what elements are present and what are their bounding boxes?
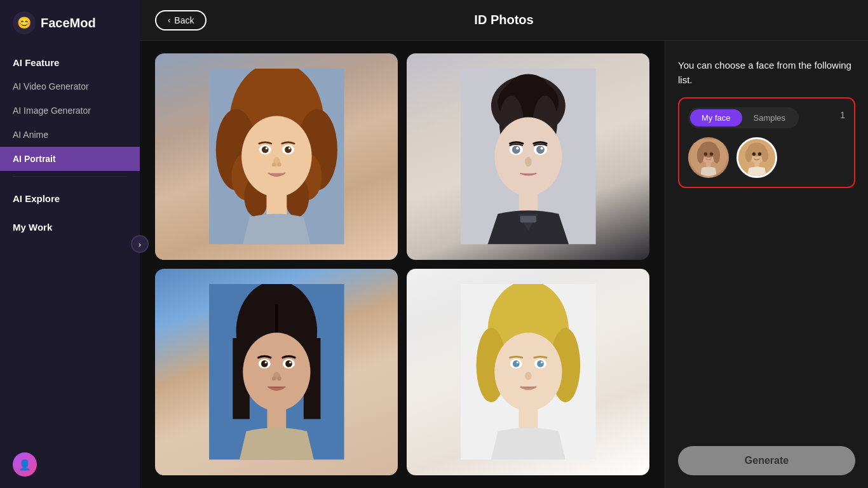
svg-point-14 [265,147,267,149]
face-selector-box: My face Samples 1 [678,97,855,188]
svg-point-62 [525,372,532,381]
svg-point-43 [261,360,268,367]
my-work-section-title: My Work [0,210,140,239]
sidebar-bottom: 👤 [0,441,140,488]
svg-point-66 [697,147,704,163]
svg-point-75 [761,149,768,163]
face-thumb-2[interactable] [736,137,777,178]
right-panel: You can choose a face from the following… [665,41,868,488]
svg-point-33 [540,147,543,150]
header: ‹ Back ID Photos [140,0,868,41]
ai-explore-section-title: AI Explore [0,182,140,210]
panel-description: You can choose a face from the following… [678,58,855,87]
face-grid [688,137,845,178]
page-number: 1 [840,110,845,120]
ai-feature-section-title: AI Feature [0,46,140,74]
sidebar-item-ai-anime[interactable]: AI Anime [0,123,140,147]
svg-point-8 [241,116,312,198]
sidebar-logo: 😊 FaceMod [0,0,140,46]
main-area: ‹ Back ID Photos [140,0,868,488]
svg-point-17 [272,163,276,166]
svg-point-15 [288,147,290,149]
svg-point-74 [745,149,752,163]
svg-point-49 [277,377,281,381]
svg-point-32 [516,147,519,150]
page-title: ID Photos [474,13,533,27]
svg-point-45 [264,362,266,363]
logo-text: FaceMod [41,16,96,30]
generate-button[interactable]: Generate [678,446,855,475]
svg-point-44 [285,360,292,367]
face-thumb-1[interactable] [688,137,729,178]
photo-card-2[interactable] [407,53,649,260]
svg-point-61 [541,362,543,363]
photo-card-1[interactable] [155,53,398,260]
sidebar-collapse-button[interactable]: › [131,235,149,253]
svg-point-34 [525,158,532,167]
svg-point-76 [752,152,756,156]
sidebar-divider-1 [13,176,127,177]
svg-point-25 [494,118,562,196]
user-avatar[interactable]: 👤 [13,452,37,477]
tab-samples[interactable]: Samples [742,109,797,126]
svg-point-60 [516,362,518,363]
photo-gallery [140,41,665,488]
svg-point-30 [512,146,520,154]
back-chevron-icon: ‹ [168,15,170,25]
svg-point-58 [513,360,520,367]
svg-point-18 [277,163,281,166]
svg-point-31 [536,146,545,154]
tab-my-face[interactable]: My face [690,109,742,126]
content-area: You can choose a face from the following… [140,41,868,488]
svg-point-12 [262,147,269,154]
logo-icon: 😊 [13,11,36,34]
svg-point-69 [710,152,713,156]
svg-point-13 [285,147,292,154]
sidebar-item-ai-video-generator[interactable]: AI Video Generator [0,74,140,98]
svg-rect-27 [520,216,536,223]
svg-point-48 [272,377,276,381]
sidebar-item-ai-portrait[interactable]: AI Portrait [0,147,140,171]
photo-card-3[interactable] [155,269,398,475]
sidebar: 😊 FaceMod AI Feature AI Video Generator … [0,0,140,488]
sidebar-item-ai-image-generator[interactable]: AI Image Generator [0,98,140,123]
svg-point-59 [537,360,544,367]
back-button[interactable]: ‹ Back [155,10,207,30]
svg-point-46 [289,362,291,363]
photo-card-4[interactable] [407,269,649,475]
tab-row: My face Samples [688,107,799,128]
svg-point-77 [758,152,761,156]
svg-point-68 [704,152,707,156]
svg-point-67 [713,147,720,163]
face-selector-row: My face Samples 1 [688,107,845,137]
